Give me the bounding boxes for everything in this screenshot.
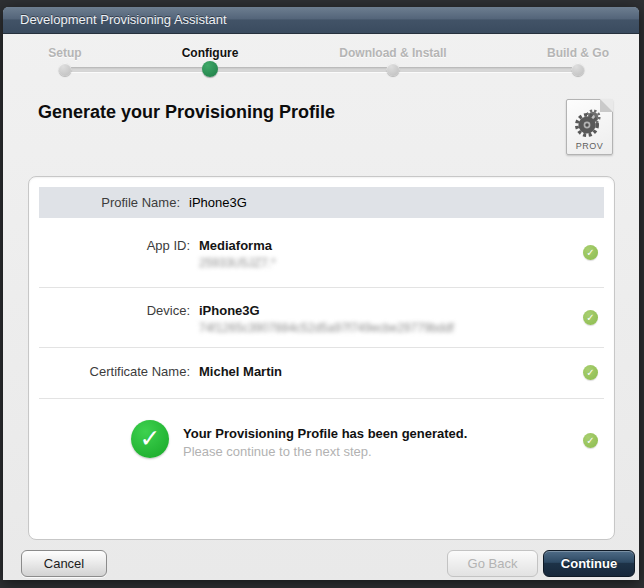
progress-steps: Setup Configure Download & Install Build… — [3, 34, 639, 90]
device-check-icon: ✓ — [583, 310, 598, 325]
progress-track — [62, 67, 575, 72]
app-id-check-icon: ✓ — [583, 245, 598, 260]
certificate-name-value: Michel Martin — [199, 364, 570, 379]
step-dot-setup — [59, 63, 72, 76]
profile-name-header-row: Profile Name: iPhone3G — [39, 187, 604, 218]
device-label: Device: — [39, 303, 199, 318]
device-row: Device: iPhone3G 74f1265c3907884c52d5a97… — [29, 288, 614, 347]
certificate-name-label: Certificate Name: — [39, 364, 199, 379]
success-check-icon: ✓ — [131, 420, 169, 458]
assistant-window: Development Provisioning Assistant Setup… — [3, 7, 639, 580]
step-dot-configure-active — [202, 61, 218, 77]
app-id-value: Mediaforma — [199, 238, 570, 253]
profile-name-value: iPhone3G — [189, 195, 604, 210]
prov-file-label: PROV — [567, 141, 612, 151]
prov-file-icon: PROV — [566, 99, 613, 155]
cancel-button[interactable]: Cancel — [21, 550, 107, 577]
certificate-check-icon: ✓ — [583, 365, 598, 380]
app-id-label: App ID: — [39, 238, 199, 253]
app-id-row: App ID: Mediaforma 25933U5JZ7.* ✓ — [29, 218, 614, 287]
status-title: Your Provisioning Profile has been gener… — [183, 426, 570, 441]
app-id-identifier-blurred: 25933U5JZ7.* — [199, 256, 570, 270]
status-check-icon: ✓ — [583, 433, 598, 448]
window-title: Development Provisioning Assistant — [3, 7, 227, 33]
step-dot-build-go — [572, 63, 585, 76]
desktop-background: Development Provisioning Assistant Setup… — [0, 0, 644, 588]
certificate-row: Certificate Name: Michel Martin ✓ — [29, 348, 614, 398]
step-dot-download-install — [387, 63, 400, 76]
generation-status-row: ✓ Your Provisioning Profile has been gen… — [29, 399, 614, 459]
device-udid-blurred: 74f1265c3907884c52d5a97f749ecbe29779bddf — [199, 321, 570, 335]
gears-icon — [572, 104, 608, 142]
step-label-setup: Setup — [48, 46, 81, 60]
status-subtitle: Please continue to the next step. — [183, 444, 570, 459]
profile-summary-panel: Profile Name: iPhone3G App ID: Mediaform… — [28, 176, 615, 540]
step-label-download-install: Download & Install — [339, 46, 446, 60]
step-label-configure: Configure — [182, 46, 239, 60]
profile-name-label: Profile Name: — [39, 195, 189, 210]
device-value: iPhone3G — [199, 303, 570, 318]
go-back-button[interactable]: Go Back — [447, 550, 538, 577]
page-title: Generate your Provisioning Profile — [38, 102, 335, 123]
continue-button[interactable]: Continue — [543, 550, 635, 577]
step-label-build-go: Build & Go — [547, 46, 609, 60]
window-titlebar[interactable]: Development Provisioning Assistant — [3, 7, 639, 34]
